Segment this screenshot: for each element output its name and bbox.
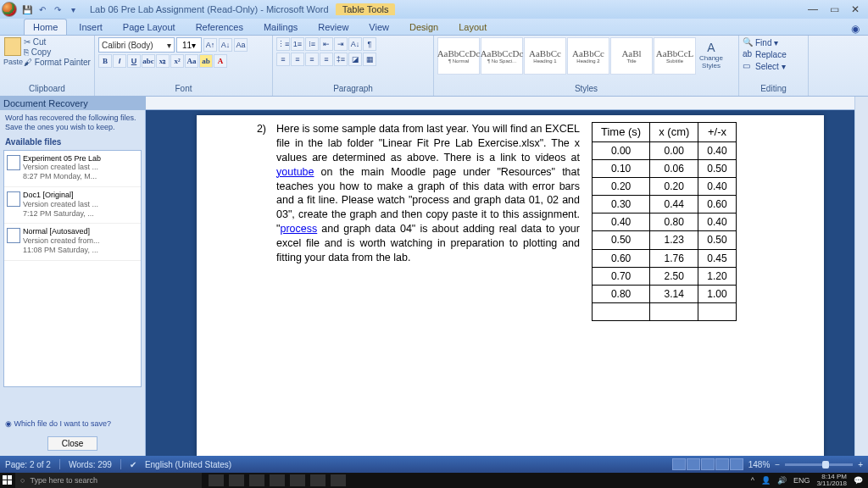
status-words[interactable]: Words: 299 [69,460,112,469]
table-row[interactable]: 0.601.760.45 [593,249,737,267]
cut-button[interactable]: ✂ Cut [24,37,91,47]
tray-volume-icon[interactable]: 🔊 [777,476,787,485]
body-paragraph[interactable]: Here is some sample data from last year.… [276,122,580,321]
task-view-icon[interactable] [209,474,224,486]
taskbar-app-3[interactable] [270,474,285,486]
clear-format-icon[interactable]: Aa [234,38,248,52]
subscript-button[interactable]: x₂ [156,54,170,68]
recovery-file-item[interactable]: Doc1 [Original]Version created last ...7… [4,187,141,224]
tray-lang[interactable]: ENG [793,476,810,485]
tab-view[interactable]: View [360,19,398,35]
tray-notifications-icon[interactable]: 💬 [854,476,863,485]
data-table[interactable]: Time (s) x (cm) +/-x 0.000.000.400.100.0… [592,122,737,321]
table-row[interactable]: 0.000.000.40 [593,141,737,159]
tab-design[interactable]: Design [401,19,447,35]
format-painter-button[interactable]: 🖌 Format Painter [24,58,91,67]
which-file-link[interactable]: ◉ Which file do I want to save? [0,414,145,433]
view-web-icon[interactable] [701,458,715,470]
maximize-button[interactable]: ▭ [830,3,839,15]
taskbar-app-6[interactable] [331,474,346,486]
zoom-in-button[interactable]: + [858,460,863,469]
select-button[interactable]: ▭Select ▾ [743,61,804,71]
font-size-select[interactable]: 11 ▾ [176,37,202,53]
multilevel-button[interactable]: ⁝≡ [305,37,319,51]
table-row[interactable]: 0.400.800.40 [593,214,737,231]
qat-save-icon[interactable]: 💾 [20,3,34,16]
replace-button[interactable]: abReplace [743,49,804,59]
style-item[interactable]: AaBbCcHeading 2 [567,37,609,75]
status-page[interactable]: Page: 2 of 2 [5,460,51,469]
tab-references[interactable]: References [187,19,252,35]
view-print-layout-icon[interactable] [672,458,686,470]
styles-gallery[interactable]: AaBbCcDc¶ NormalAaBbCcDc¶ No Spaci...AaB… [437,37,696,76]
table-row[interactable]: 0.803.141.00 [593,286,737,303]
find-button[interactable]: 🔍Find ▾ [743,37,804,47]
tray-clock[interactable]: 8:14 PM3/11/2018 [816,474,847,487]
table-row[interactable]: 0.100.060.50 [593,159,737,177]
tab-insert[interactable]: Insert [70,19,111,35]
sort-button[interactable]: A↓ [348,37,362,51]
zoom-out-button[interactable]: − [775,460,780,469]
tab-page-layout[interactable]: Page Layout [114,19,184,35]
status-language[interactable]: English (United States) [145,460,231,469]
view-fullscreen-icon[interactable] [687,458,700,470]
tray-up-icon[interactable]: ^ [751,476,754,485]
indent-dec-button[interactable]: ⇤ [320,37,333,51]
style-item[interactable]: AaBbCcDc¶ No Spaci... [481,37,523,75]
style-item[interactable]: AaBbCcDc¶ Normal [437,37,480,75]
tab-home[interactable]: Home [24,19,67,35]
recovery-file-list[interactable]: Experiment 05 Pre LabVersion created las… [3,150,142,387]
italic-button[interactable]: I [113,54,126,68]
style-item[interactable]: AaBbCcHeading 1 [524,37,566,75]
table-header-time[interactable]: Time (s) [593,123,650,142]
bold-button[interactable]: B [98,54,112,68]
youtube-link[interactable]: youtube [276,166,314,178]
office-button[interactable] [2,2,17,17]
table-row[interactable]: 0.702.501.20 [593,267,737,285]
document-page[interactable]: 2) Here is some sample data from last ye… [197,115,824,456]
recovery-file-item[interactable]: Experiment 05 Pre LabVersion created las… [4,151,141,187]
font-name-select[interactable]: Calibri (Body)▾ [98,37,175,53]
view-outline-icon[interactable] [715,458,729,470]
status-proofing-icon[interactable]: ✔ [130,460,136,469]
table-row[interactable] [593,303,737,321]
align-left-button[interactable]: ≡ [276,53,290,66]
align-right-button[interactable]: ≡ [305,53,319,66]
table-header-err[interactable]: +/-x [698,123,736,142]
highlight-button[interactable]: ab [199,54,213,68]
line-spacing-button[interactable]: ‡≡ [334,53,348,66]
table-row[interactable]: 0.200.200.40 [593,177,737,195]
qat-undo-icon[interactable]: ↶ [36,3,49,16]
strike-button[interactable]: abc [142,54,155,68]
process-link[interactable]: process [280,223,317,235]
numbering-button[interactable]: 1≡ [291,37,304,51]
table-row[interactable]: 0.300.440.60 [593,196,737,214]
taskbar-app-5[interactable] [310,474,326,486]
qat-redo-icon[interactable]: ↷ [51,3,64,16]
table-header-x[interactable]: x (cm) [650,123,698,142]
recovery-file-item[interactable]: Normal [Autosaved]Version created from..… [4,224,141,260]
view-draft-icon[interactable] [730,458,743,470]
tab-mailings[interactable]: Mailings [255,19,306,35]
style-item[interactable]: AaBbCcLSubtitle [654,37,696,75]
taskbar-app-1[interactable] [229,474,244,486]
justify-button[interactable]: ≡ [320,53,333,66]
font-color-button[interactable]: A [214,54,227,68]
bullets-button[interactable]: ⋮≡ [276,37,290,51]
grow-font-icon[interactable]: A↑ [203,38,217,52]
minimize-button[interactable]: — [808,3,818,15]
zoom-level[interactable]: 148% [748,460,771,469]
help-icon[interactable]: ◉ [851,23,860,35]
shading-button[interactable]: ◪ [348,53,362,66]
tab-layout[interactable]: Layout [450,19,495,35]
close-button[interactable]: ✕ [851,3,860,15]
table-row[interactable]: 0.501.230.50 [593,231,737,249]
tray-people-icon[interactable]: 👤 [761,476,771,485]
underline-button[interactable]: U [127,54,141,68]
taskbar-search[interactable]: ○ Type here to search [15,473,202,488]
copy-button[interactable]: ⎘ Copy [24,47,91,57]
align-center-button[interactable]: ≡ [291,53,304,66]
indent-inc-button[interactable]: ⇥ [334,37,348,51]
change-case-button[interactable]: Aa [185,54,198,68]
vertical-scrollbar[interactable] [854,97,868,456]
